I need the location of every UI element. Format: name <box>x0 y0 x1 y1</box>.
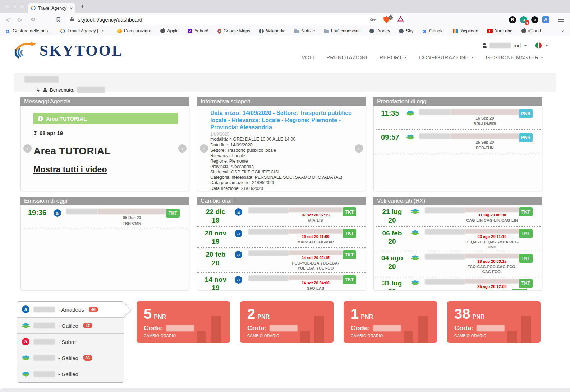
bookmark-item[interactable]: Yahoo! <box>188 28 208 33</box>
nav-item[interactable]: CONFIGURAZIONE <box>419 54 474 60</box>
gds-icon <box>411 208 419 215</box>
cancellation-datetime: 18 ago 20 03:15 <box>477 259 506 263</box>
nav-item[interactable]: PRENOTAZIONI <box>326 54 367 60</box>
language-flag-icon[interactable] <box>535 42 542 49</box>
a-extension-badge: 6 <box>525 20 529 25</box>
gds-provider-label: - Amadeus <box>58 307 84 313</box>
bookmark-item[interactable]: Apple <box>160 28 179 33</box>
gds-account-row[interactable]: - Amadeus 46 <box>17 302 124 318</box>
strike-headline-link[interactable]: Data inizio: 14/09/2020 - Settore: Trasp… <box>210 109 353 131</box>
menu-icon[interactable] <box>558 18 564 18</box>
passenger-name-redacted <box>248 229 289 235</box>
key-icon[interactable] <box>370 17 377 23</box>
gds-icon <box>234 208 243 216</box>
riepilogo-icon <box>453 29 458 33</box>
user-name-suffix: rod <box>514 43 521 48</box>
summary-card[interactable]: 2PNR Coda: CAMBIO ORARIO <box>240 301 334 343</box>
new-tab-button[interactable]: + <box>75 3 84 13</box>
window-zoom-button[interactable] <box>20 4 24 9</box>
summary-card[interactable]: 5PNR Coda: CAMBIO ORARIO <box>137 301 230 343</box>
tkt-button[interactable]: TKT <box>166 209 180 218</box>
bookmark-item[interactable]: Notizie <box>294 28 315 33</box>
bookmark-item[interactable]: Wikipedia <box>259 28 285 33</box>
globe-icon <box>369 29 374 33</box>
bookmark-item[interactable]: iCloud <box>521 28 541 33</box>
carousel-prev-icon[interactable]: ‹ <box>23 144 32 153</box>
gds-icon <box>22 305 30 313</box>
tkt-button[interactable]: TKT <box>519 254 533 263</box>
bookmark-item[interactable]: Google <box>422 28 443 33</box>
back-button[interactable]: ◁ <box>6 17 10 23</box>
carousel-prev-icon[interactable]: ‹ <box>200 144 208 153</box>
flight-route: FCO-YUL-LGA YUL-LGA-YUL LGA-YUL-FCO <box>289 261 343 271</box>
address-bar[interactable]: skytool.it/agency/dashboard 1 <box>66 15 408 25</box>
tkt-button[interactable]: TKT <box>519 229 533 238</box>
window-close-button[interactable] <box>5 4 9 9</box>
gds-account-row[interactable]: - Galileo <box>17 366 124 382</box>
pnr-button[interactable]: PNR <box>519 133 533 142</box>
bookmark-label: Riepilogo <box>460 28 478 33</box>
bookmark-item[interactable]: Google Maps <box>217 28 250 33</box>
summary-card[interactable]: 1PNR Coda: CAMBIO ORARIO <box>344 301 437 343</box>
bookmark-item[interactable]: Disney <box>369 28 390 33</box>
reload-button[interactable]: ↻ <box>31 17 35 23</box>
r-extension-icon[interactable]: R <box>509 16 516 23</box>
row-date: 28 nov 19 <box>202 229 229 246</box>
tkt-button[interactable]: TKT <box>343 275 356 284</box>
close-tab-icon[interactable]: × <box>70 6 73 11</box>
nav-item[interactable]: REPORT <box>380 54 407 60</box>
skytool-logo[interactable]: SKYTOOL <box>14 40 123 61</box>
bookmark-item[interactable]: Sky <box>399 28 413 33</box>
queue-name-redacted <box>270 325 298 331</box>
browser-tab[interactable]: Travel Agency | Frontend × <box>28 3 75 13</box>
carousel-next-icon[interactable]: › <box>178 144 187 153</box>
tkt-button[interactable]: TKT <box>519 279 533 288</box>
summary-card[interactable]: 38PNR Coda: CAMBIO ORARIO <box>447 301 541 343</box>
gds-account-row[interactable]: - Sabre <box>17 334 124 350</box>
e-extension-icon[interactable]: e <box>531 16 538 23</box>
nav-item[interactable]: GESTIONE MASTER <box>486 54 543 60</box>
gds-account-row[interactable]: - Galileo 86 <box>17 350 124 366</box>
google-icon <box>422 29 427 33</box>
passenger-name-redacted <box>425 279 465 285</box>
nav-item[interactable]: VOLI <box>302 54 314 60</box>
bookmark-label: Google Maps <box>224 28 250 33</box>
clipped-tkt-button[interactable] <box>512 289 527 290</box>
tkt-button[interactable]: TKT <box>343 229 356 238</box>
booking-date: 16 Sep 20 <box>476 116 494 121</box>
bookmark-item[interactable]: I più conosciuti <box>324 28 361 33</box>
message-heading: Area TUTORIAL <box>33 145 189 157</box>
card-cambio-orari: Cambio orari 22 dic 19 07 set 20 07:15 M… <box>197 197 366 290</box>
a-extension-icon[interactable]: a 6 <box>520 16 527 23</box>
tkt-button[interactable]: TKT <box>519 207 533 216</box>
skytool-icon <box>60 28 66 34</box>
forward-button[interactable]: ▷ <box>18 17 22 23</box>
bookmark-item[interactable]: Travel Agency | Lo... <box>60 28 108 33</box>
change-datetime: 10 set 20 11:00 <box>302 234 329 239</box>
strike-detail-line: Data fine: 14/09/2020 <box>210 143 353 148</box>
tkt-button[interactable]: TKT <box>343 207 356 216</box>
window-minimize-button[interactable] <box>12 4 17 9</box>
triangle-extension-icon[interactable] <box>397 16 404 23</box>
translate-icon[interactable]: A <box>542 16 549 23</box>
user-menu[interactable]: rod <box>482 42 548 49</box>
tutorial-banner[interactable]: Area TUTORIAL <box>33 113 178 124</box>
carousel-next-icon[interactable]: › <box>355 144 363 153</box>
bookmark-item[interactable]: YouTube <box>487 28 512 33</box>
booking-ref-redacted <box>465 254 519 258</box>
pnr-button[interactable]: PNR <box>519 109 533 118</box>
bookmark-item[interactable]: Come iniziare <box>117 28 151 33</box>
url-text[interactable]: skytool.it/agency/dashboard <box>78 17 367 23</box>
emission-time: 19:36 <box>26 209 49 217</box>
gds-account-row[interactable]: - Galileo 47 <box>17 318 124 334</box>
info-icon <box>38 116 43 121</box>
bookmark-item[interactable]: Riepilogo <box>453 28 478 33</box>
card-title: Prenotazioni di oggi <box>373 97 542 106</box>
bookmark-icon[interactable] <box>56 17 61 22</box>
apple-icon <box>521 29 526 33</box>
tkt-button[interactable]: TKT <box>343 250 356 259</box>
bookmarks-overflow-icon[interactable]: » <box>561 28 564 34</box>
bookmark-item[interactable]: Gestore delle pas... <box>6 28 51 33</box>
message-date: 08 apr 19 <box>33 130 189 136</box>
show-all-videos-link[interactable]: Mostra tutti i video <box>33 165 107 174</box>
